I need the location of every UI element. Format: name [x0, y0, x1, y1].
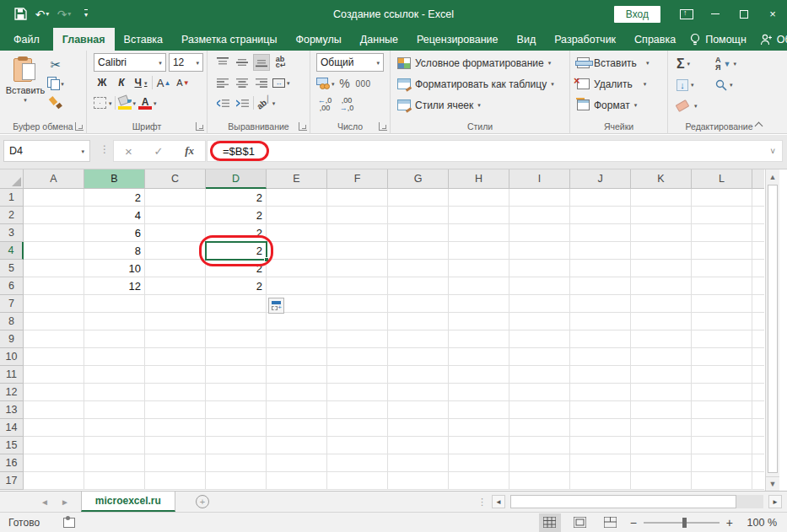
cell-B12[interactable]: [84, 384, 145, 401]
tab-вид[interactable]: Вид: [508, 28, 546, 51]
cell-J4[interactable]: [570, 242, 631, 260]
minimize-button[interactable]: [701, 0, 730, 28]
cell-D9[interactable]: [206, 330, 267, 348]
copy-button[interactable]: ▾: [47, 75, 64, 92]
cell-J13[interactable]: [570, 401, 631, 419]
cell-C17[interactable]: [145, 472, 206, 490]
cell-L1[interactable]: [692, 189, 752, 207]
cell-C10[interactable]: [145, 348, 206, 366]
cell-I17[interactable]: [509, 472, 570, 490]
cell-L3[interactable]: [692, 224, 752, 242]
cell-I2[interactable]: [509, 207, 570, 224]
cell-L7[interactable]: [692, 295, 752, 313]
cell-J6[interactable]: [570, 277, 631, 295]
cell-K15[interactable]: [631, 437, 692, 454]
cell-H5[interactable]: [449, 260, 509, 277]
row-header-11[interactable]: 11: [0, 366, 24, 384]
cell-K1[interactable]: [631, 189, 692, 207]
cell-J8[interactable]: [570, 313, 631, 330]
cell-F3[interactable]: [327, 224, 388, 242]
alignment-dialog-launcher-icon[interactable]: [299, 122, 307, 131]
cell-C4[interactable]: [145, 242, 206, 260]
scroll-up-icon[interactable]: ▲: [766, 169, 779, 184]
cell-C11[interactable]: [145, 366, 206, 384]
font-name-combo[interactable]: Calibri▾: [94, 53, 166, 72]
column-header-H[interactable]: H: [449, 169, 509, 189]
cell-H1[interactable]: [449, 189, 509, 207]
new-sheet-button[interactable]: +: [196, 495, 209, 508]
cell-F16[interactable]: [327, 454, 388, 472]
cell-L13[interactable]: [692, 401, 752, 419]
cell-G6[interactable]: [388, 277, 449, 295]
clipboard-dialog-launcher-icon[interactable]: [75, 122, 84, 131]
cell-J9[interactable]: [570, 330, 631, 348]
column-header-A[interactable]: A: [24, 169, 84, 189]
vertical-scroll-thumb[interactable]: [768, 185, 778, 473]
expand-formula-bar-icon[interactable]: ˅: [770, 147, 775, 156]
cell-G11[interactable]: [388, 366, 449, 384]
cell-D17[interactable]: [206, 472, 267, 490]
cell-G3[interactable]: [388, 224, 449, 242]
autofill-options-button[interactable]: +: [268, 298, 284, 314]
align-left-button[interactable]: [214, 74, 231, 91]
save-icon[interactable]: [10, 4, 30, 24]
cell-H10[interactable]: [449, 348, 509, 366]
sign-in-button[interactable]: Вход: [614, 6, 660, 23]
cell-C7[interactable]: [145, 295, 206, 313]
cell-B6[interactable]: 12: [84, 277, 145, 295]
cell-K8[interactable]: [631, 313, 692, 330]
page-break-view-button[interactable]: [600, 513, 622, 532]
cell-A1[interactable]: [24, 189, 84, 207]
cell-F1[interactable]: [327, 189, 388, 207]
tab-данные[interactable]: Данные: [351, 28, 407, 51]
cell-K9[interactable]: [631, 330, 692, 348]
tab-формулы[interactable]: Формулы: [286, 28, 350, 51]
clear-button[interactable]: ▾: [676, 102, 715, 110]
cell-A12[interactable]: [24, 384, 84, 401]
cell-G8[interactable]: [388, 313, 449, 330]
formula-input[interactable]: =$B$1 ˅: [207, 140, 783, 162]
cell-C5[interactable]: [145, 260, 206, 277]
cell-B10[interactable]: [84, 348, 145, 366]
cell-A11[interactable]: [24, 366, 84, 384]
cell-E9[interactable]: [267, 330, 327, 348]
cell-H6[interactable]: [449, 277, 509, 295]
column-header-D[interactable]: D: [206, 169, 267, 189]
decrease-decimal-button[interactable]: ,00→,0: [338, 96, 355, 113]
sheet-tab[interactable]: microexcel.ru: [81, 492, 175, 512]
tab-вставка[interactable]: Вставка: [115, 28, 172, 51]
cell-B4[interactable]: 8: [84, 242, 145, 260]
tab-главная[interactable]: Главная: [53, 28, 115, 51]
cell-H15[interactable]: [449, 437, 509, 454]
cell-J16[interactable]: [570, 454, 631, 472]
cell-A14[interactable]: [24, 419, 84, 437]
italic-button[interactable]: К: [113, 74, 130, 91]
cell-B1[interactable]: 2: [84, 189, 145, 207]
cell-D6[interactable]: 2: [206, 277, 267, 295]
cell-E12[interactable]: [267, 384, 327, 401]
cell-B11[interactable]: [84, 366, 145, 384]
number-dialog-launcher-icon[interactable]: [379, 122, 387, 131]
column-header-J[interactable]: J: [570, 169, 631, 189]
tab-рецензирование[interactable]: Рецензирование: [407, 28, 508, 51]
cell-K16[interactable]: [631, 454, 692, 472]
cell-J7[interactable]: [570, 295, 631, 313]
cell-J15[interactable]: [570, 437, 631, 454]
cell-A16[interactable]: [24, 454, 84, 472]
row-header-16[interactable]: 16: [0, 454, 24, 472]
align-center-button[interactable]: [234, 74, 251, 91]
wrap-text-button[interactable]: abc↵: [272, 54, 289, 71]
cell-L11[interactable]: [692, 366, 752, 384]
cell-K2[interactable]: [631, 207, 692, 224]
name-box[interactable]: D4 ▾: [3, 140, 90, 162]
cell-A5[interactable]: [24, 260, 84, 277]
cell-F8[interactable]: [327, 313, 388, 330]
column-header-B[interactable]: B: [84, 169, 145, 189]
zoom-in-icon[interactable]: +: [726, 516, 733, 529]
cell-J17[interactable]: [570, 472, 631, 490]
cell-D8[interactable]: [206, 313, 267, 330]
cell-K12[interactable]: [631, 384, 692, 401]
vertical-scrollbar[interactable]: ▲ ▼: [765, 169, 779, 491]
zoom-out-icon[interactable]: −: [630, 516, 637, 529]
cell-D16[interactable]: [206, 454, 267, 472]
